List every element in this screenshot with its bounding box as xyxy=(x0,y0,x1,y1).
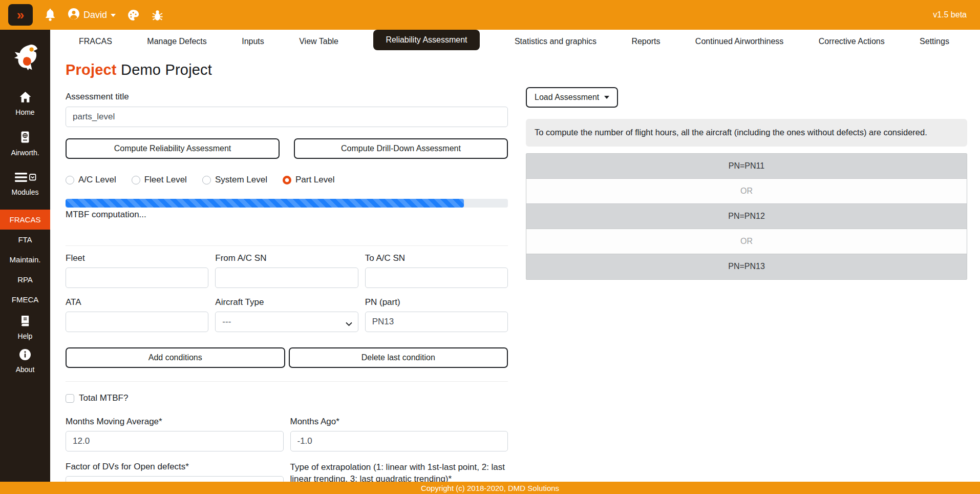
sidebar-item-fmeca[interactable]: FMECA xyxy=(0,290,50,310)
app-logo[interactable] xyxy=(9,43,41,77)
menu-modules-icon xyxy=(14,171,36,185)
factor-dvs-label: Factor of DVs for Open defects* xyxy=(66,462,284,472)
chevron-down-icon xyxy=(604,96,609,99)
months-moving-average-input[interactable] xyxy=(66,431,284,451)
radio-label: Part Level xyxy=(295,175,335,185)
tab-inputs[interactable]: Inputs xyxy=(242,37,264,46)
radio-part-level[interactable]: Part Level xyxy=(283,175,335,185)
total-mtbf-checkbox-row[interactable]: Total MTBF? xyxy=(66,393,508,403)
radio-ac-level[interactable]: A/C Level xyxy=(66,175,116,185)
from-ac-sn-label: From A/C SN xyxy=(215,253,358,263)
extrapolation-type-field: Type of extrapolation (1: linear with 1s… xyxy=(290,462,508,482)
double-chevron-right-icon: » xyxy=(17,8,24,22)
tab-fracas[interactable]: FRACAS xyxy=(79,37,112,46)
factor-dvs-field: Factor of DVs for Open defects* xyxy=(66,462,284,482)
radio-icon xyxy=(66,176,74,184)
sidebar-item-help[interactable]: Help xyxy=(0,315,50,340)
tab-statistics-and-graphics[interactable]: Statistics and graphics xyxy=(515,37,596,46)
sidebar-item-label: Modules xyxy=(12,188,39,196)
bug-report-icon[interactable] xyxy=(151,9,164,22)
divider xyxy=(66,381,508,382)
info-text: To compute the number of flight hours, a… xyxy=(535,128,927,137)
compute-buttons-row: Compute Reliability Assessment Compute D… xyxy=(66,138,508,159)
progress-fill xyxy=(66,199,464,208)
aircraft-type-label: Aircraft Type xyxy=(215,297,358,307)
chevron-down-icon xyxy=(111,14,116,17)
mtbf-parameters-grid: Months Moving Average* Months Ago* Facto… xyxy=(66,417,508,482)
months-ago-field: Months Ago* xyxy=(290,417,508,451)
tab-manage-defects[interactable]: Manage Defects xyxy=(147,37,207,46)
operator-row: OR xyxy=(526,179,967,204)
assessment-title-input[interactable] xyxy=(66,107,508,127)
radio-icon xyxy=(132,176,140,184)
passport-icon xyxy=(19,131,31,146)
tab-reports[interactable]: Reports xyxy=(631,37,660,46)
assessment-summary-panel: Load Assessment To compute the number of… xyxy=(526,59,967,482)
conditions-table: PN=PN11 OR PN=PN12 OR PN=PN13 xyxy=(526,153,967,280)
add-conditions-button[interactable]: Add conditions xyxy=(66,347,285,368)
aircraft-type-select[interactable]: --- xyxy=(215,312,358,332)
progress-status: MTBF computation... xyxy=(66,210,508,220)
sidebar-item-label: Airworth. xyxy=(11,149,39,157)
sidebar-expand-button[interactable]: » xyxy=(8,4,33,26)
months-ago-label: Months Ago* xyxy=(290,417,508,427)
condition-fields-grid: Fleet From A/C SN To A/C SN ATA Aircraft… xyxy=(66,253,508,332)
sidebar-item-maintain[interactable]: Maintain. xyxy=(0,250,50,270)
load-assessment-dropdown-button[interactable]: Load Assessment xyxy=(526,87,618,108)
app-root: » David xyxy=(0,0,980,494)
sidebar-item-home[interactable]: Home xyxy=(0,91,50,116)
ata-input[interactable] xyxy=(66,312,208,332)
condition-buttons-row: Add conditions Delete last condition xyxy=(66,347,508,368)
delete-last-condition-button[interactable]: Delete last condition xyxy=(289,347,508,368)
fleet-input[interactable] xyxy=(66,267,208,288)
aircraft-type-selected-value: --- xyxy=(222,317,231,327)
user-menu[interactable]: David xyxy=(68,8,116,23)
tab-corrective-actions[interactable]: Corrective Actions xyxy=(819,37,885,46)
notifications-bell-icon[interactable] xyxy=(44,8,56,22)
compute-drilldown-button[interactable]: Compute Drill-Down Assessment xyxy=(294,138,508,159)
from-ac-sn-input[interactable] xyxy=(215,267,358,288)
module-tabs: FRACAS Manage Defects Inputs View Table … xyxy=(50,30,980,53)
operator-row: OR xyxy=(526,229,967,254)
to-ac-sn-input[interactable] xyxy=(365,267,508,288)
user-name: David xyxy=(83,10,107,20)
total-mtbf-label: Total MTBF? xyxy=(79,393,128,403)
topbar: » David xyxy=(0,0,980,30)
fleet-field: Fleet xyxy=(66,253,208,288)
radio-icon xyxy=(202,176,211,184)
progress-bar xyxy=(66,199,508,208)
tab-view-table[interactable]: View Table xyxy=(299,37,338,46)
level-radio-group: A/C Level Fleet Level System Level Part … xyxy=(66,175,508,185)
tab-continued-airworthiness[interactable]: Continued Airworthiness xyxy=(695,37,784,46)
radio-icon xyxy=(283,176,291,184)
months-ago-input[interactable] xyxy=(290,431,508,451)
pn-part-input[interactable] xyxy=(365,312,508,332)
checkbox-icon xyxy=(66,394,74,403)
theme-palette-icon[interactable] xyxy=(127,9,140,22)
fleet-label: Fleet xyxy=(66,253,208,263)
project-name: Demo Project xyxy=(121,61,212,78)
radio-fleet-level[interactable]: Fleet Level xyxy=(132,175,187,185)
condition-row: PN=PN11 xyxy=(526,154,967,179)
footer: Copyright (c) 2018-2020, DMD Solutions xyxy=(0,482,980,494)
sidebar-item-about[interactable]: About xyxy=(0,348,50,374)
tab-settings[interactable]: Settings xyxy=(920,37,949,46)
radio-label: System Level xyxy=(215,175,267,185)
copyright-text: Copyright (c) 2018-2020, DMD Solutions xyxy=(421,484,559,492)
factor-dvs-input[interactable] xyxy=(66,476,284,482)
ata-label: ATA xyxy=(66,297,208,307)
tab-reliability-assessment[interactable]: Reliability Assessment xyxy=(373,30,479,50)
flight-hours-info-box: To compute the number of flight hours, a… xyxy=(526,119,967,147)
sidebar-item-airworthiness[interactable]: Airworth. xyxy=(0,131,50,157)
sidebar-item-fracas[interactable]: FRACAS xyxy=(0,210,50,230)
version-label: v1.5 beta xyxy=(933,10,967,19)
compute-reliability-button[interactable]: Compute Reliability Assessment xyxy=(66,138,280,159)
info-icon xyxy=(19,348,31,362)
sidebar-item-modules[interactable]: Modules xyxy=(0,171,50,196)
radio-system-level[interactable]: System Level xyxy=(202,175,267,185)
extrapolation-type-label: Type of extrapolation (1: linear with 1s… xyxy=(290,462,508,482)
sidebar: Home Airworth. xyxy=(0,30,50,482)
sidebar-item-rpa[interactable]: RPA xyxy=(0,270,50,290)
sidebar-item-fta[interactable]: FTA xyxy=(0,230,50,250)
chevron-down-icon xyxy=(346,319,352,329)
